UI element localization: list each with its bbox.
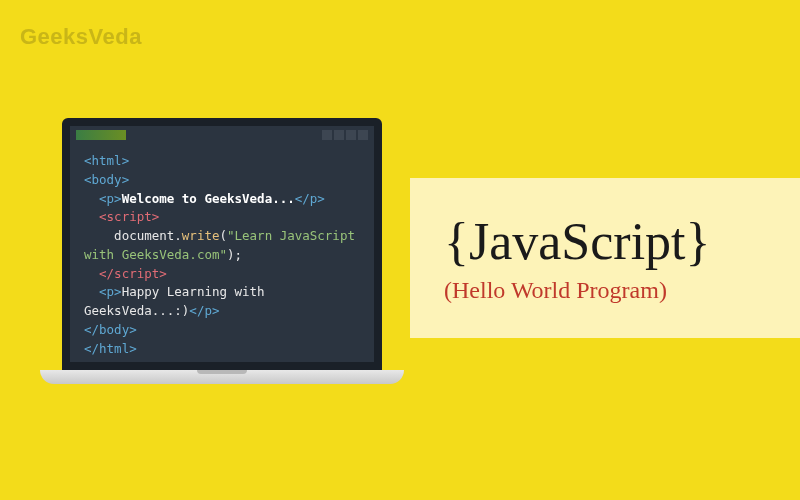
window-button-icon (334, 130, 344, 140)
subtitle: (Hello World Program) (444, 277, 800, 304)
code-text: . (174, 228, 182, 243)
code-block: <html> <body> <p>Welcome to GeeksVeda...… (70, 144, 374, 366)
code-text: Welcome to GeeksVeda... (122, 191, 295, 206)
code-text: write (182, 228, 220, 243)
code-line: </p> (295, 191, 325, 206)
code-line: </html> (84, 341, 137, 356)
code-line: <p> (84, 284, 122, 299)
code-text: ( (219, 228, 227, 243)
window-button-icon (346, 130, 356, 140)
code-line: <p> (84, 191, 122, 206)
code-text: with GeeksVeda.com" (84, 247, 227, 262)
code-editor-screen: <html> <body> <p>Welcome to GeeksVeda...… (62, 118, 382, 370)
editor-tab (76, 130, 126, 140)
code-line: </body> (84, 322, 137, 337)
code-line: <html> (84, 153, 129, 168)
title-panel: {JavaScript} (Hello World Program) (410, 178, 800, 338)
editor-titlebar (70, 126, 374, 144)
window-button-icon (322, 130, 332, 140)
code-text: "Learn JavaScript (227, 228, 355, 243)
code-line: </p> (189, 303, 219, 318)
code-line: <script> (84, 209, 159, 224)
brand-logo: GeeksVeda (20, 24, 142, 50)
code-text: GeeksVeda...:) (84, 303, 189, 318)
code-line: ipt> (137, 266, 167, 281)
code-text: Happy Learning with (122, 284, 265, 299)
laptop-base (40, 370, 404, 384)
code-text: document (84, 228, 174, 243)
main-title: {JavaScript} (444, 212, 800, 271)
code-line: </scr (84, 266, 137, 281)
code-line: <body> (84, 172, 129, 187)
code-text: ); (227, 247, 242, 262)
laptop-illustration: <html> <body> <p>Welcome to GeeksVeda...… (62, 118, 382, 384)
window-button-icon (358, 130, 368, 140)
